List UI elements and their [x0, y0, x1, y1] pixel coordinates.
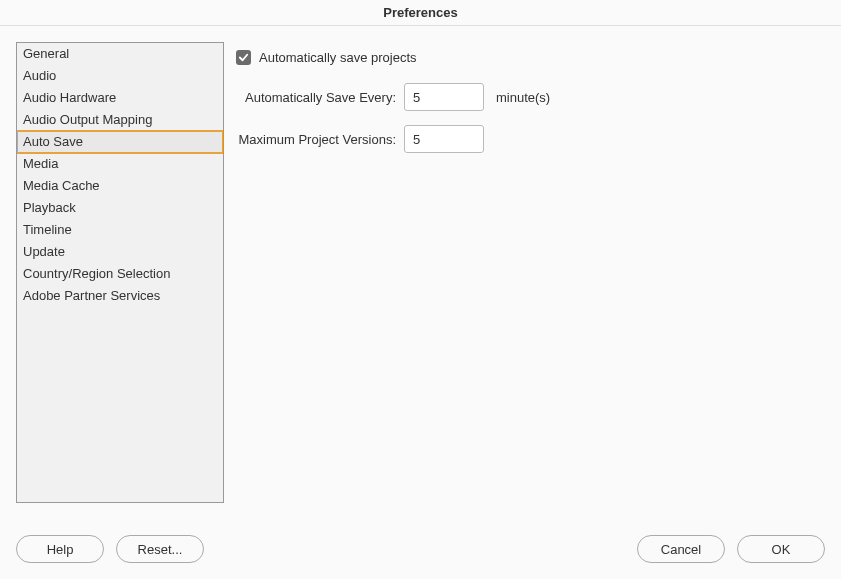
- sidebar-item-country-region-selection[interactable]: Country/Region Selection: [17, 263, 223, 285]
- titlebar: Preferences: [0, 0, 841, 26]
- sidebar-item-label: Auto Save: [23, 134, 83, 149]
- interval-unit: minute(s): [496, 90, 550, 105]
- versions-row: Maximum Project Versions:: [236, 125, 825, 153]
- versions-input[interactable]: [404, 125, 484, 153]
- autosave-checkbox[interactable]: [236, 50, 251, 65]
- content-area: GeneralAudioAudio HardwareAudio Output M…: [0, 26, 841, 519]
- footer: Help Reset... Cancel OK: [0, 519, 841, 579]
- sidebar-item-adobe-partner-services[interactable]: Adobe Partner Services: [17, 285, 223, 307]
- sidebar-item-media-cache[interactable]: Media Cache: [17, 175, 223, 197]
- sidebar-item-media[interactable]: Media: [17, 153, 223, 175]
- preferences-sidebar: GeneralAudioAudio HardwareAudio Output M…: [16, 42, 224, 503]
- sidebar-item-label: Media: [23, 156, 58, 171]
- interval-label: Automatically Save Every:: [236, 90, 396, 105]
- check-icon: [238, 52, 249, 63]
- sidebar-item-label: General: [23, 46, 69, 61]
- ok-button[interactable]: OK: [737, 535, 825, 563]
- sidebar-item-general[interactable]: General: [17, 43, 223, 65]
- versions-label: Maximum Project Versions:: [236, 132, 396, 147]
- reset-button[interactable]: Reset...: [116, 535, 204, 563]
- help-button[interactable]: Help: [16, 535, 104, 563]
- sidebar-item-auto-save[interactable]: Auto Save: [17, 131, 223, 153]
- autosave-checkbox-label: Automatically save projects: [259, 50, 417, 65]
- sidebar-item-timeline[interactable]: Timeline: [17, 219, 223, 241]
- sidebar-item-label: Playback: [23, 200, 76, 215]
- window-title: Preferences: [383, 5, 457, 20]
- sidebar-item-label: Audio Hardware: [23, 90, 116, 105]
- sidebar-item-update[interactable]: Update: [17, 241, 223, 263]
- sidebar-item-audio-output-mapping[interactable]: Audio Output Mapping: [17, 109, 223, 131]
- interval-input[interactable]: [404, 83, 484, 111]
- sidebar-item-audio[interactable]: Audio: [17, 65, 223, 87]
- sidebar-item-label: Adobe Partner Services: [23, 288, 160, 303]
- sidebar-item-label: Update: [23, 244, 65, 259]
- sidebar-item-label: Media Cache: [23, 178, 100, 193]
- sidebar-item-playback[interactable]: Playback: [17, 197, 223, 219]
- sidebar-item-label: Audio Output Mapping: [23, 112, 152, 127]
- interval-row: Automatically Save Every: minute(s): [236, 83, 825, 111]
- sidebar-item-label: Timeline: [23, 222, 72, 237]
- sidebar-item-label: Audio: [23, 68, 56, 83]
- autosave-checkbox-row: Automatically save projects: [236, 50, 825, 65]
- cancel-button[interactable]: Cancel: [637, 535, 725, 563]
- footer-left: Help Reset...: [16, 535, 204, 563]
- autosave-pane: Automatically save projects Automaticall…: [236, 42, 825, 503]
- sidebar-item-label: Country/Region Selection: [23, 266, 170, 281]
- footer-right: Cancel OK: [637, 535, 825, 563]
- sidebar-item-audio-hardware[interactable]: Audio Hardware: [17, 87, 223, 109]
